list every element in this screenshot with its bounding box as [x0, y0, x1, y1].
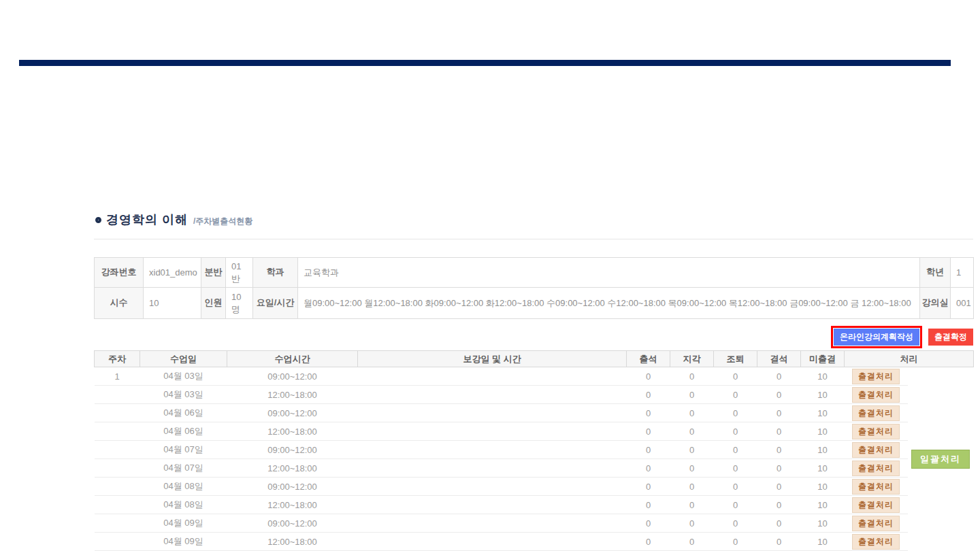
col-missing: 미출결 — [801, 351, 845, 367]
cell-date: 04월 03일 — [140, 386, 227, 404]
cell-absent: 0 — [757, 459, 801, 478]
cell-date: 04월 06일 — [140, 404, 227, 422]
top-navy-rule — [19, 60, 951, 66]
cell-early: 0 — [714, 533, 757, 551]
cell-date: 04월 06일 — [140, 422, 227, 441]
cell-late: 0 — [670, 367, 714, 386]
col-class-time: 수업시간 — [227, 351, 358, 367]
cell-absent: 0 — [757, 386, 801, 404]
cell-late: 0 — [670, 386, 714, 404]
cell-missing: 10 — [801, 533, 845, 551]
cell-date: 04월 03일 — [140, 367, 227, 386]
cell-week — [95, 422, 140, 441]
cell-process: 출결처리 — [845, 496, 908, 514]
label-room: 강의실 — [920, 288, 951, 319]
cell-attend: 0 — [627, 533, 670, 551]
attendance-process-button[interactable]: 출결처리 — [852, 516, 900, 531]
label-section: 분반 — [201, 258, 226, 288]
toolbar: 온라인강의계획작성 출결확정 — [94, 326, 973, 348]
cell-late: 0 — [670, 441, 714, 459]
cell-process: 출결처리 — [845, 422, 908, 441]
cell-late: 0 — [670, 496, 714, 514]
cell-makeup — [358, 496, 627, 514]
cell-date: 04월 07일 — [140, 441, 227, 459]
table-row: 04월 06일09:00~12:00000010출결처리 — [95, 404, 974, 422]
cell-late: 0 — [670, 422, 714, 441]
cell-attend: 0 — [627, 404, 670, 422]
cell-early: 0 — [714, 441, 757, 459]
cell-time: 09:00~12:00 — [227, 367, 358, 386]
cell-missing: 10 — [801, 514, 845, 533]
cell-early: 0 — [714, 404, 757, 422]
cell-makeup — [358, 478, 627, 496]
cell-early: 0 — [714, 386, 757, 404]
cell-process: 출결처리 — [845, 386, 908, 404]
attendance-process-button[interactable]: 출결처리 — [852, 479, 900, 495]
cell-makeup — [358, 514, 627, 533]
title-bullet-icon — [95, 217, 101, 223]
label-hours: 시수 — [95, 288, 144, 319]
cell-time: 09:00~12:00 — [227, 514, 358, 533]
cell-makeup — [358, 533, 627, 551]
cell-makeup — [358, 459, 627, 478]
cell-absent: 0 — [757, 533, 801, 551]
cell-makeup — [358, 404, 627, 422]
col-process: 처리 — [845, 351, 974, 367]
cell-date: 04월 07일 — [140, 459, 227, 478]
attendance-process-button[interactable]: 출결처리 — [852, 497, 900, 513]
batch-process-button[interactable]: 일괄처리 — [911, 450, 970, 469]
cell-missing: 10 — [801, 459, 845, 478]
cell-late: 0 — [670, 478, 714, 496]
cell-missing: 10 — [801, 441, 845, 459]
cell-week — [95, 496, 140, 514]
target-highlight-box: 온라인강의계획작성 — [831, 326, 922, 348]
cell-missing: 10 — [801, 478, 845, 496]
cell-week — [95, 514, 140, 533]
cell-time: 09:00~12:00 — [227, 478, 358, 496]
table-row: 04월 08일12:00~18:00000010출결처리 — [95, 496, 974, 514]
cell-time: 09:00~12:00 — [227, 404, 358, 422]
page-title: 경영학의 이해 — [106, 212, 188, 228]
cell-early: 0 — [714, 422, 757, 441]
attendance-process-button[interactable]: 출결처리 — [852, 405, 900, 421]
label-course-no: 강좌번호 — [95, 258, 144, 288]
cell-late: 0 — [670, 514, 714, 533]
col-late: 지각 — [670, 351, 714, 367]
cell-process: 출결처리 — [845, 404, 908, 422]
cell-attend: 0 — [627, 441, 670, 459]
attendance-process-button[interactable]: 출결처리 — [852, 369, 900, 384]
attendance-process-button[interactable]: 출결처리 — [852, 424, 900, 439]
cell-early: 0 — [714, 478, 757, 496]
cell-makeup — [358, 422, 627, 441]
cell-attend: 0 — [627, 496, 670, 514]
cell-date: 04월 09일 — [140, 514, 227, 533]
cell-attend: 0 — [627, 422, 670, 441]
attendance-process-button[interactable]: 출결처리 — [852, 442, 900, 458]
cell-missing: 10 — [801, 404, 845, 422]
value-dept: 교육학과 — [298, 258, 920, 288]
attendance-table: 주차 수업일 수업시간 보강일 및 시간 출석 지각 조퇴 결석 미출결 처리 … — [94, 350, 974, 551]
attendance-process-button[interactable]: 출결처리 — [852, 461, 900, 476]
attendance-process-button[interactable]: 출결처리 — [852, 534, 900, 550]
table-row: 04월 09일12:00~18:00000010출결처리 — [95, 533, 974, 551]
value-hours: 10 — [144, 288, 201, 319]
cell-week — [95, 404, 140, 422]
cell-time: 12:00~18:00 — [227, 533, 358, 551]
cell-absent: 0 — [757, 496, 801, 514]
cell-time: 12:00~18:00 — [227, 386, 358, 404]
attendance-confirm-button[interactable]: 출결확정 — [928, 329, 973, 346]
attendance-header-row: 주차 수업일 수업시간 보강일 및 시간 출석 지각 조퇴 결석 미출결 처리 — [95, 351, 974, 367]
cell-late: 0 — [670, 404, 714, 422]
table-row: 04월 03일12:00~18:00000010출결처리 — [95, 386, 974, 404]
attendance-process-button[interactable]: 출결처리 — [852, 387, 900, 403]
course-info-table: 강좌번호 xid01_demo 분반 01 반 학과 교육학과 학년 1 시수 … — [94, 257, 974, 319]
online-lecture-plan-button[interactable]: 온라인강의계획작성 — [834, 329, 919, 346]
cell-time: 12:00~18:00 — [227, 459, 358, 478]
col-early-leave: 조퇴 — [714, 351, 757, 367]
cell-missing: 10 — [801, 367, 845, 386]
value-section: 01 반 — [226, 258, 253, 288]
cell-attend: 0 — [627, 514, 670, 533]
cell-date: 04월 08일 — [140, 496, 227, 514]
cell-missing: 10 — [801, 496, 845, 514]
cell-time: 09:00~12:00 — [227, 441, 358, 459]
